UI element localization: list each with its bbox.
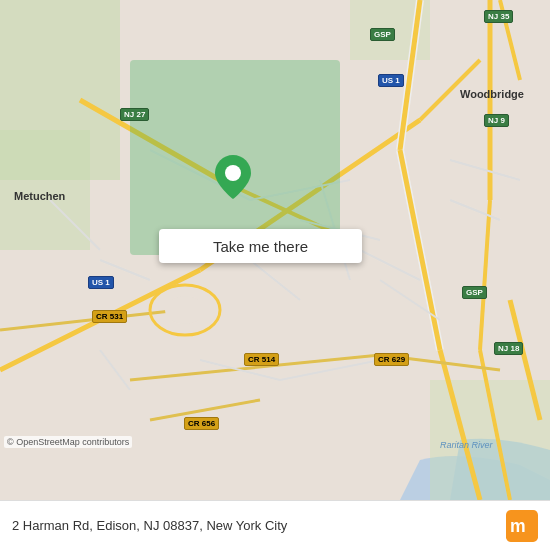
osm-attribution: © OpenStreetMap contributors: [4, 436, 132, 448]
moovit-logo-icon: m: [506, 510, 538, 542]
highway-badge-us1-south: US 1: [88, 276, 114, 289]
map-container: Take me there © OpenStreetMap contributo…: [0, 0, 550, 500]
svg-text:m: m: [510, 516, 526, 536]
highway-badge-nj35: NJ 35: [484, 10, 513, 23]
city-label-metuchen: Metuchen: [14, 190, 65, 202]
highway-badge-gsp-north: GSP: [370, 28, 395, 41]
svg-point-41: [225, 165, 241, 181]
highway-badge-nj9: NJ 9: [484, 114, 509, 127]
location-pin: [215, 155, 251, 199]
highway-badge-cr531: CR 531: [92, 310, 127, 323]
highway-badge-gsp-south: GSP: [462, 286, 487, 299]
svg-point-25: [165, 296, 205, 324]
highway-badge-us1-north: US 1: [378, 74, 404, 87]
moovit-logo: m: [506, 510, 538, 542]
highway-badge-nj27: NJ 27: [120, 108, 149, 121]
bottom-bar: 2 Harman Rd, Edison, NJ 08837, New York …: [0, 500, 550, 550]
take-me-there-button[interactable]: Take me there: [159, 229, 362, 263]
highway-badge-nj18: NJ 18: [494, 342, 523, 355]
city-label-woodbridge: Woodbridge: [460, 88, 524, 100]
highway-badge-cr629: CR 629: [374, 353, 409, 366]
highway-badge-cr656: CR 656: [184, 417, 219, 430]
water-label-raritan: Raritan River: [440, 440, 493, 450]
highway-badge-cr514: CR 514: [244, 353, 279, 366]
address-text: 2 Harman Rd, Edison, NJ 08837, New York …: [12, 518, 287, 533]
